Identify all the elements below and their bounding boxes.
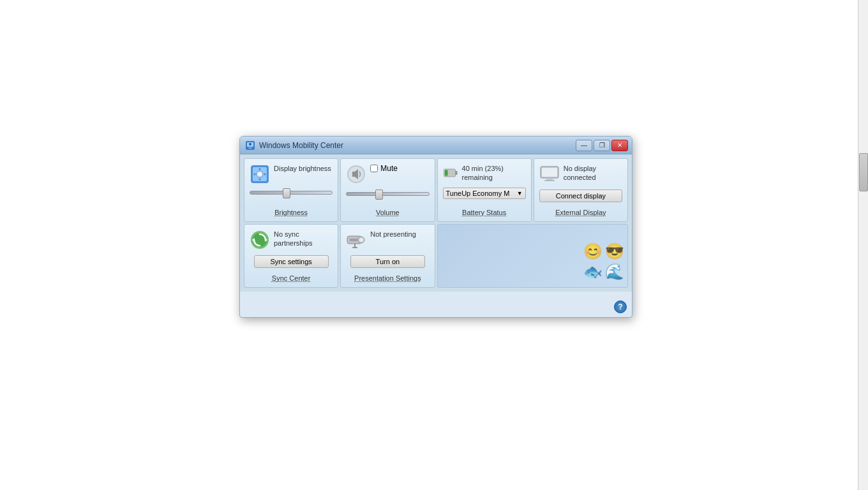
projector-icon <box>346 230 366 250</box>
sync-center-card-top: No sync partnerships <box>250 230 333 250</box>
speaker-icon <box>346 164 366 184</box>
desktop-preview-panel: 😊 😎 🐟 🌊 <box>437 224 629 288</box>
battery-status-text: 40 min (23%) remaining <box>462 164 526 182</box>
presentation-settings-label: Presentation Settings <box>354 274 421 282</box>
svg-point-7 <box>258 172 262 176</box>
external-display-card: No display connected Connect display Ext… <box>534 158 628 222</box>
volume-card: Mute Volume <box>340 158 435 222</box>
restore-button[interactable]: ❐ <box>594 140 610 151</box>
desktop-icon-2: 😎 <box>605 242 624 260</box>
windows-mobility-center-window: Windows Mobility Center — ❐ ✕ <box>239 136 632 318</box>
brightness-title: Display brightness <box>274 164 331 173</box>
volume-card-top: Mute <box>346 164 429 184</box>
svg-point-11 <box>264 174 266 175</box>
brightness-icon <box>250 164 270 184</box>
svg-rect-19 <box>542 168 557 177</box>
sync-status-text: No sync partnerships <box>274 230 333 248</box>
mute-checkbox[interactable] <box>370 165 378 172</box>
monitor-icon <box>539 164 560 184</box>
brightness-label: Brightness <box>274 209 308 216</box>
svg-rect-16 <box>455 171 457 175</box>
battery-icon <box>443 164 458 182</box>
turn-on-button[interactable]: Turn on <box>350 255 425 268</box>
scrollbar-thumb[interactable] <box>859 153 868 191</box>
sync-settings-button[interactable]: Sync settings <box>254 255 329 268</box>
external-display-label: External Display <box>555 209 606 216</box>
minimize-button[interactable]: — <box>576 140 592 151</box>
sync-icon <box>250 230 270 250</box>
external-display-status: No display connected <box>564 164 622 182</box>
bottom-row: No sync partnerships Sync settings Sync … <box>244 224 628 288</box>
title-bar-left: Windows Mobility Center <box>245 140 343 151</box>
volume-slider-track[interactable] <box>346 192 429 196</box>
presentation-card-top: Not presenting <box>346 230 429 250</box>
svg-point-8 <box>259 168 261 170</box>
external-display-card-top: No display connected <box>539 164 622 184</box>
mute-label: Mute <box>380 164 398 173</box>
desktop-icon-1: 😊 <box>583 242 602 260</box>
svg-rect-3 <box>248 147 252 149</box>
volume-mute-area: Mute <box>370 164 398 174</box>
brightness-slider-container[interactable] <box>250 191 333 195</box>
svg-point-2 <box>249 143 251 145</box>
svg-rect-29 <box>350 239 357 241</box>
brightness-slider-track[interactable] <box>250 191 333 195</box>
svg-rect-31 <box>352 247 357 248</box>
window-title: Windows Mobility Center <box>259 141 343 150</box>
bottom-spacer <box>240 298 632 317</box>
desktop-icon-4: 🌊 <box>605 263 624 281</box>
battery-card-top: 40 min (23%) remaining <box>443 164 526 182</box>
brightness-card: Display brightness Brightness <box>244 158 338 222</box>
top-card-row: Display brightness Brightness <box>244 158 628 222</box>
title-bar: Windows Mobility Center — ❐ ✕ <box>240 137 632 154</box>
battery-dropdown-value: TuneUp Economy M <box>446 189 510 197</box>
battery-label: Battery Status <box>462 209 506 216</box>
svg-rect-20 <box>546 178 553 180</box>
sync-center-card: No sync partnerships Sync settings Sync … <box>244 224 338 288</box>
title-buttons: — ❐ ✕ <box>576 140 628 151</box>
presentation-status-text: Not presenting <box>370 230 416 239</box>
svg-point-28 <box>359 238 363 242</box>
help-button[interactable]: ? <box>614 301 627 313</box>
mute-row: Mute <box>370 164 398 173</box>
svg-point-23 <box>253 233 267 247</box>
svg-point-10 <box>254 174 256 175</box>
presentation-settings-card: Not presenting Turn on Presentation Sett… <box>340 224 435 288</box>
desktop-icons: 😊 😎 🐟 🌊 <box>583 242 624 281</box>
svg-point-9 <box>259 179 261 181</box>
brightness-slider-thumb[interactable] <box>283 188 290 198</box>
connect-display-button[interactable]: Connect display <box>539 189 622 202</box>
sync-center-label: Sync Center <box>272 274 311 282</box>
desktop-icon-3: 🐟 <box>583 263 602 281</box>
dropdown-arrow-icon: ▼ <box>517 190 523 197</box>
svg-rect-21 <box>544 180 555 181</box>
volume-label: Volume <box>376 209 400 216</box>
battery-dropdown[interactable]: TuneUp Economy M ▼ <box>443 188 526 199</box>
scrollbar[interactable] <box>858 0 868 490</box>
volume-slider-thumb[interactable] <box>375 189 383 200</box>
app-icon <box>245 140 255 151</box>
battery-card: 40 min (23%) remaining TuneUp Economy M … <box>437 158 532 222</box>
brightness-card-top: Display brightness <box>250 164 333 184</box>
window-content: Display brightness Brightness <box>240 154 632 292</box>
footer: ? <box>240 292 632 298</box>
svg-rect-17 <box>445 170 448 175</box>
close-button[interactable]: ✕ <box>611 140 628 151</box>
